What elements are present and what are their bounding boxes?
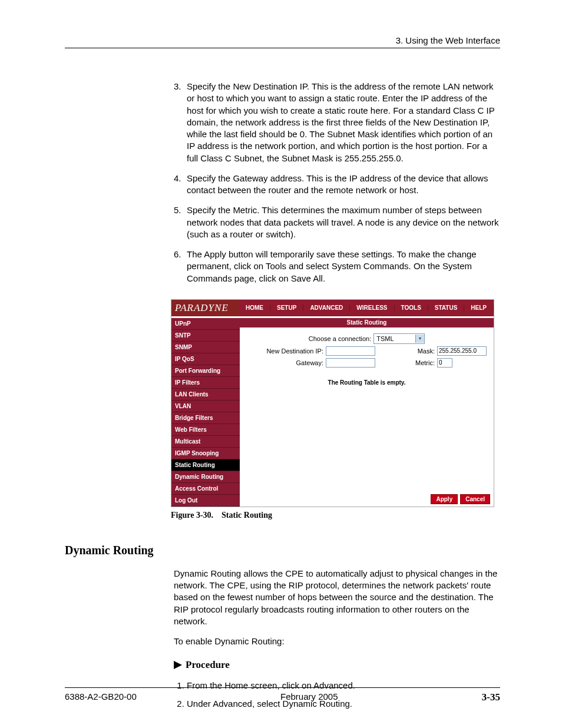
enable-dynamic-routing-intro: To enable Dynamic Routing: bbox=[174, 636, 500, 647]
choose-connection-label: Choose a connection: bbox=[309, 335, 371, 342]
chevron-down-icon: ▾ bbox=[415, 335, 424, 343]
page-number: 3-35 bbox=[482, 691, 500, 703]
footer-rule bbox=[65, 687, 500, 688]
nav-tools[interactable]: TOOLS bbox=[395, 305, 428, 311]
nav-advanced[interactable]: ADVANCED bbox=[303, 305, 350, 311]
step-5: Specify the Metric. This determines the … bbox=[187, 204, 500, 240]
step-6: The Apply button will temporarily save t… bbox=[187, 249, 500, 284]
nav-status[interactable]: STATUS bbox=[428, 305, 465, 311]
nav-wireless[interactable]: WIRELESS bbox=[350, 305, 394, 311]
sidebar-access-control[interactable]: Access Control bbox=[171, 483, 240, 495]
header-rule bbox=[65, 48, 500, 48]
router-screenshot: PARADYNE HOME SETUP ADVANCED WIRELESS TO… bbox=[171, 299, 494, 507]
connection-select[interactable]: TSML ▾ bbox=[373, 333, 425, 344]
new-destination-input[interactable] bbox=[326, 346, 375, 356]
section-heading-dynamic-routing: Dynamic Routing bbox=[65, 544, 500, 557]
step-3: Specify the New Destination IP. This is … bbox=[187, 81, 500, 164]
doc-date: February 2005 bbox=[280, 691, 338, 703]
cancel-button[interactable]: Cancel bbox=[460, 494, 490, 504]
sidebar: UPnP SNTP SNMP IP QoS Port Forwarding IP… bbox=[171, 316, 240, 507]
panel-title: Static Routing bbox=[240, 318, 494, 327]
nav-setup[interactable]: SETUP bbox=[270, 305, 303, 311]
sidebar-multicast[interactable]: Multicast bbox=[171, 436, 240, 448]
triangle-icon bbox=[174, 661, 182, 669]
sidebar-sntp[interactable]: SNTP bbox=[171, 330, 240, 342]
sidebar-dynamic-routing[interactable]: Dynamic Routing bbox=[171, 471, 240, 483]
sidebar-ip-filters[interactable]: IP Filters bbox=[171, 377, 240, 389]
nav-help[interactable]: HELP bbox=[464, 305, 494, 311]
step-4: Specify the Gateway address. This is the… bbox=[187, 173, 500, 197]
connection-value: TSML bbox=[376, 335, 412, 342]
procedure-label: Procedure bbox=[186, 659, 230, 671]
sidebar-vlan[interactable]: VLAN bbox=[171, 401, 240, 412]
sidebar-upnp[interactable]: UPnP bbox=[171, 318, 240, 330]
gateway-input[interactable] bbox=[326, 358, 375, 368]
dynamic-routing-paragraph: Dynamic Routing allows the CPE to automa… bbox=[174, 568, 500, 627]
sidebar-log-out[interactable]: Log Out bbox=[171, 495, 240, 507]
sidebar-static-routing[interactable]: Static Routing bbox=[171, 459, 240, 471]
metric-label: Metric: bbox=[415, 359, 435, 366]
nav-home[interactable]: HOME bbox=[239, 305, 270, 311]
new-destination-label: New Destination IP: bbox=[247, 348, 323, 355]
top-nav: HOME SETUP ADVANCED WIRELESS TOOLS STATU… bbox=[239, 300, 494, 316]
brand-logo: PARADYNE bbox=[171, 300, 239, 316]
sidebar-port-forwarding[interactable]: Port Forwarding bbox=[171, 365, 240, 377]
gateway-label: Gateway: bbox=[247, 359, 323, 366]
running-header: 3. Using the Web Interface bbox=[65, 35, 500, 45]
mask-label: Mask: bbox=[418, 348, 435, 355]
sidebar-snmp[interactable]: SNMP bbox=[171, 342, 240, 353]
mask-input[interactable] bbox=[437, 346, 487, 356]
sidebar-bridge-filters[interactable]: Bridge Filters bbox=[171, 412, 240, 424]
figure-caption: Figure 3-30. Static Routing bbox=[171, 511, 500, 520]
doc-number: 6388-A2-GB20-00 bbox=[65, 691, 137, 703]
metric-input[interactable] bbox=[437, 358, 452, 368]
sidebar-lan-clients[interactable]: LAN Clients bbox=[171, 389, 240, 401]
sidebar-ipqos[interactable]: IP QoS bbox=[171, 353, 240, 365]
routing-table-empty: The Routing Table is empty. bbox=[247, 379, 487, 386]
sidebar-igmp-snooping[interactable]: IGMP Snooping bbox=[171, 448, 240, 459]
sidebar-web-filters[interactable]: Web Filters bbox=[171, 424, 240, 436]
apply-button[interactable]: Apply bbox=[431, 494, 458, 504]
